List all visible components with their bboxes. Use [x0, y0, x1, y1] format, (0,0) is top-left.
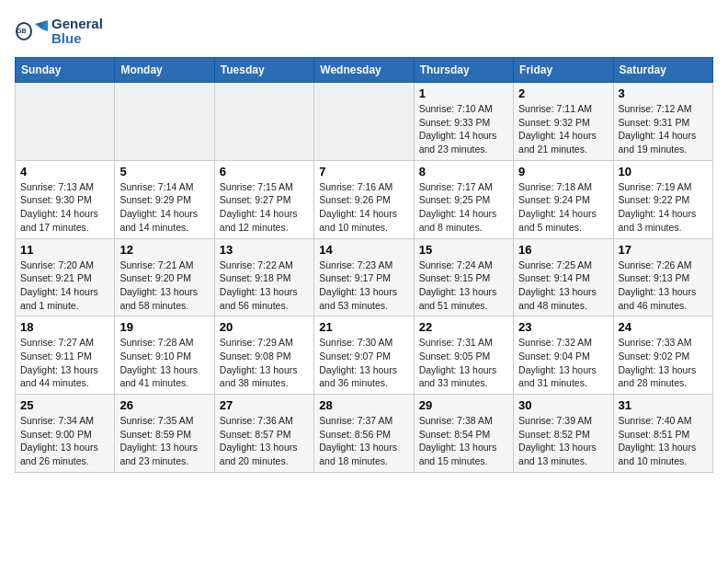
calendar-day-cell: 20Sunrise: 7:29 AM Sunset: 9:08 PM Dayli…	[214, 316, 313, 395]
calendar-week-row: 25Sunrise: 7:34 AM Sunset: 9:00 PM Dayli…	[16, 395, 713, 473]
day-number: 9	[518, 165, 608, 178]
day-number: 14	[319, 243, 408, 257]
calendar-table: SundayMondayTuesdayWednesdayThursdayFrid…	[15, 57, 713, 473]
day-number: 24	[619, 320, 708, 334]
calendar-day-cell: 1Sunrise: 7:10 AM Sunset: 9:33 PM Daylig…	[414, 83, 513, 161]
day-number: 17	[619, 243, 708, 257]
day-number: 22	[419, 320, 508, 334]
calendar-day-cell: 13Sunrise: 7:22 AM Sunset: 9:18 PM Dayli…	[214, 238, 313, 316]
day-info: Sunrise: 7:24 AM Sunset: 9:15 PM Dayligh…	[419, 259, 508, 313]
calendar-header-row: SundayMondayTuesdayWednesdayThursdayFrid…	[16, 58, 713, 83]
day-number: 21	[319, 320, 408, 334]
calendar-day-cell: 6Sunrise: 7:15 AM Sunset: 9:27 PM Daylig…	[214, 160, 313, 238]
day-number: 2	[518, 86, 608, 100]
day-info: Sunrise: 7:20 AM Sunset: 9:21 PM Dayligh…	[20, 259, 109, 313]
day-info: Sunrise: 7:16 AM Sunset: 9:26 PM Dayligh…	[319, 180, 408, 235]
day-number: 6	[220, 165, 309, 178]
day-number: 3	[619, 86, 708, 100]
calendar-day-cell	[16, 83, 115, 161]
day-number: 13	[220, 243, 309, 257]
weekday-header-tuesday: Tuesday	[214, 58, 313, 83]
day-info: Sunrise: 7:38 AM Sunset: 8:54 PM Dayligh…	[419, 414, 508, 468]
day-number: 1	[419, 86, 508, 100]
day-number: 12	[119, 243, 209, 257]
logo: GB General Blue	[15, 15, 103, 48]
day-info: Sunrise: 7:26 AM Sunset: 9:13 PM Dayligh…	[619, 259, 708, 313]
day-number: 7	[319, 165, 408, 178]
calendar-day-cell: 21Sunrise: 7:30 AM Sunset: 9:07 PM Dayli…	[314, 316, 414, 395]
day-number: 15	[419, 243, 508, 257]
day-number: 16	[518, 243, 608, 257]
day-number: 27	[220, 398, 309, 412]
day-info: Sunrise: 7:15 AM Sunset: 9:27 PM Dayligh…	[220, 180, 309, 235]
day-number: 25	[20, 398, 109, 412]
day-info: Sunrise: 7:30 AM Sunset: 9:07 PM Dayligh…	[319, 336, 408, 390]
calendar-day-cell: 22Sunrise: 7:31 AM Sunset: 9:05 PM Dayli…	[414, 316, 513, 395]
calendar-day-cell: 7Sunrise: 7:16 AM Sunset: 9:26 PM Daylig…	[314, 160, 414, 238]
day-number: 10	[619, 165, 708, 178]
calendar-day-cell: 16Sunrise: 7:25 AM Sunset: 9:14 PM Dayli…	[514, 238, 613, 316]
day-number: 26	[119, 398, 209, 412]
logo-name-blue: Blue	[51, 31, 103, 47]
day-number: 20	[220, 320, 309, 334]
calendar-day-cell	[214, 83, 313, 161]
day-info: Sunrise: 7:23 AM Sunset: 9:17 PM Dayligh…	[319, 259, 408, 313]
calendar-day-cell: 18Sunrise: 7:27 AM Sunset: 9:11 PM Dayli…	[16, 316, 115, 395]
logo-name-general: General	[51, 17, 103, 32]
calendar-day-cell: 4Sunrise: 7:13 AM Sunset: 9:30 PM Daylig…	[16, 160, 115, 238]
day-info: Sunrise: 7:18 AM Sunset: 9:24 PM Dayligh…	[518, 180, 608, 235]
weekday-header-thursday: Thursday	[414, 58, 513, 83]
calendar-day-cell: 8Sunrise: 7:17 AM Sunset: 9:25 PM Daylig…	[414, 160, 513, 238]
calendar-day-cell: 30Sunrise: 7:39 AM Sunset: 8:52 PM Dayli…	[514, 395, 613, 473]
calendar-day-cell	[314, 83, 414, 161]
day-info: Sunrise: 7:11 AM Sunset: 9:32 PM Dayligh…	[518, 102, 608, 156]
day-number: 29	[419, 398, 508, 412]
day-info: Sunrise: 7:13 AM Sunset: 9:30 PM Dayligh…	[20, 180, 109, 235]
day-info: Sunrise: 7:12 AM Sunset: 9:31 PM Dayligh…	[619, 102, 708, 156]
day-info: Sunrise: 7:40 AM Sunset: 8:51 PM Dayligh…	[619, 414, 708, 468]
day-info: Sunrise: 7:14 AM Sunset: 9:29 PM Dayligh…	[119, 180, 209, 235]
calendar-day-cell: 31Sunrise: 7:40 AM Sunset: 8:51 PM Dayli…	[613, 395, 712, 473]
page-header: GB General Blue	[15, 15, 713, 48]
weekday-header-saturday: Saturday	[613, 58, 712, 83]
day-info: Sunrise: 7:39 AM Sunset: 8:52 PM Dayligh…	[518, 414, 608, 468]
calendar-day-cell: 9Sunrise: 7:18 AM Sunset: 9:24 PM Daylig…	[514, 160, 613, 238]
day-info: Sunrise: 7:21 AM Sunset: 9:20 PM Dayligh…	[119, 259, 209, 313]
day-info: Sunrise: 7:22 AM Sunset: 9:18 PM Dayligh…	[220, 259, 309, 313]
day-number: 31	[619, 398, 708, 412]
day-info: Sunrise: 7:27 AM Sunset: 9:11 PM Dayligh…	[20, 336, 109, 390]
calendar-day-cell: 10Sunrise: 7:19 AM Sunset: 9:22 PM Dayli…	[613, 160, 712, 238]
day-number: 8	[419, 165, 508, 178]
calendar-day-cell: 12Sunrise: 7:21 AM Sunset: 9:20 PM Dayli…	[115, 238, 214, 316]
calendar-day-cell: 27Sunrise: 7:36 AM Sunset: 8:57 PM Dayli…	[214, 395, 313, 473]
day-info: Sunrise: 7:29 AM Sunset: 9:08 PM Dayligh…	[220, 336, 309, 390]
calendar-day-cell: 5Sunrise: 7:14 AM Sunset: 9:29 PM Daylig…	[115, 160, 214, 238]
calendar-day-cell: 14Sunrise: 7:23 AM Sunset: 9:17 PM Dayli…	[314, 238, 414, 316]
day-number: 4	[20, 165, 109, 178]
calendar-day-cell: 23Sunrise: 7:32 AM Sunset: 9:04 PM Dayli…	[514, 316, 613, 395]
calendar-week-row: 18Sunrise: 7:27 AM Sunset: 9:11 PM Dayli…	[16, 316, 713, 395]
day-info: Sunrise: 7:37 AM Sunset: 8:56 PM Dayligh…	[319, 414, 408, 468]
weekday-header-sunday: Sunday	[16, 58, 115, 83]
day-info: Sunrise: 7:10 AM Sunset: 9:33 PM Dayligh…	[419, 102, 508, 156]
day-number: 19	[119, 320, 209, 334]
calendar-day-cell: 3Sunrise: 7:12 AM Sunset: 9:31 PM Daylig…	[613, 83, 712, 161]
day-info: Sunrise: 7:36 AM Sunset: 8:57 PM Dayligh…	[220, 414, 309, 468]
calendar-day-cell: 26Sunrise: 7:35 AM Sunset: 8:59 PM Dayli…	[115, 395, 214, 473]
calendar-day-cell: 28Sunrise: 7:37 AM Sunset: 8:56 PM Dayli…	[314, 395, 414, 473]
calendar-day-cell: 2Sunrise: 7:11 AM Sunset: 9:32 PM Daylig…	[514, 83, 613, 161]
logo-bird-icon: GB	[15, 15, 48, 48]
day-info: Sunrise: 7:32 AM Sunset: 9:04 PM Dayligh…	[518, 336, 608, 390]
day-info: Sunrise: 7:33 AM Sunset: 9:02 PM Dayligh…	[619, 336, 708, 390]
day-info: Sunrise: 7:17 AM Sunset: 9:25 PM Dayligh…	[419, 180, 508, 235]
svg-text:GB: GB	[17, 28, 27, 34]
calendar-week-row: 11Sunrise: 7:20 AM Sunset: 9:21 PM Dayli…	[16, 238, 713, 316]
weekday-header-friday: Friday	[514, 58, 613, 83]
calendar-week-row: 4Sunrise: 7:13 AM Sunset: 9:30 PM Daylig…	[16, 160, 713, 238]
day-info: Sunrise: 7:35 AM Sunset: 8:59 PM Dayligh…	[119, 414, 209, 468]
calendar-day-cell: 25Sunrise: 7:34 AM Sunset: 9:00 PM Dayli…	[16, 395, 115, 473]
day-number: 5	[119, 165, 209, 178]
calendar-day-cell: 15Sunrise: 7:24 AM Sunset: 9:15 PM Dayli…	[414, 238, 513, 316]
weekday-header-wednesday: Wednesday	[314, 58, 414, 83]
day-info: Sunrise: 7:31 AM Sunset: 9:05 PM Dayligh…	[419, 336, 508, 390]
